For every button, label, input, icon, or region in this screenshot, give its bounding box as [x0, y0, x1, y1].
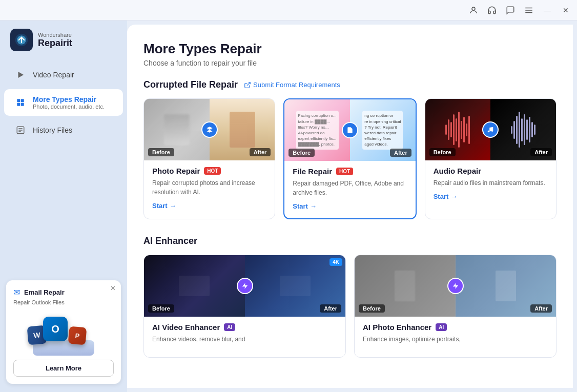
svg-point-16	[488, 131, 490, 133]
promo-image: W O P	[13, 310, 114, 356]
logo-brand: Wondershare	[38, 32, 72, 38]
page-title: More Types Repair	[143, 41, 557, 57]
ai-photo-title: AI Photo Enhancer	[363, 323, 431, 332]
photo-repair-title: Photo Repair	[152, 167, 200, 175]
file-repair-icon-overlay	[342, 122, 358, 138]
logo-text: Wondershare Repairit	[38, 32, 72, 49]
page-subtitle: Choose a function to repair your file	[143, 59, 557, 67]
file-repair-image: Facing corruption o...failure in ▓▓▓▓...…	[284, 99, 415, 161]
photo-repair-image: Before After	[144, 99, 275, 160]
main-content: More Types Repair Choose a function to r…	[127, 25, 573, 388]
ai-cards-row: Before After 4K	[143, 255, 557, 358]
nav-sub-more-types: Photo, document, audio, etc.	[33, 104, 105, 110]
svg-rect-9	[17, 103, 20, 106]
ai-video-enhancer-card[interactable]: Before After 4K	[143, 255, 346, 358]
sidebar-item-history-files[interactable]: History Files	[4, 118, 123, 142]
sidebar-item-more-types-repair[interactable]: More Types Repair Photo, document, audio…	[4, 89, 123, 116]
svg-rect-10	[21, 103, 24, 106]
photo-repair-start[interactable]: Start →	[152, 202, 266, 210]
corrupted-cards-row: Before After	[143, 98, 557, 219]
ai-section-title: AI Enhancer	[143, 236, 197, 246]
video-before: Before	[144, 255, 245, 317]
history-files-icon	[14, 124, 27, 136]
user-icon[interactable]	[468, 5, 479, 15]
ai-video-image: Before After 4K	[144, 255, 345, 317]
svg-rect-7	[17, 99, 20, 102]
ai-photo-enhancer-card[interactable]: Before After	[354, 255, 557, 358]
nav-label-more-types: More Types Repair	[33, 95, 105, 104]
photo-repair-icon-overlay	[201, 121, 218, 138]
email-promo-card: ✕ ✉ Email Repair Repair Outlook Files W …	[6, 280, 121, 384]
ai-video-desc: Enhance videos, remove blur, and	[152, 335, 337, 344]
video-repair-icon	[14, 69, 27, 81]
svg-marker-6	[18, 72, 24, 78]
ai-photo-desc: Enhance images, optimize portraits,	[363, 335, 548, 344]
logo-name: Repairit	[38, 38, 72, 49]
svg-line-15	[247, 82, 250, 85]
nav-label-history-files: History Files	[33, 126, 72, 134]
aiphoto-before: Before	[355, 255, 456, 317]
menu-icon[interactable]	[524, 5, 534, 15]
ai-photo-image: Before After	[355, 255, 556, 317]
promo-header: ✉ Email Repair	[13, 287, 114, 297]
app-logo	[10, 29, 33, 51]
corrupted-section-title: Corrupted File Repair	[143, 79, 238, 90]
file-repair-desc: Repair damaged PDF, Office, Adobe and ar…	[293, 179, 407, 197]
audio-after: After	[490, 99, 556, 160]
promo-title: Email Repair	[24, 288, 65, 296]
email-icon: ✉	[13, 287, 20, 297]
file-before: Facing corruption o...failure in ▓▓▓▓...…	[284, 99, 350, 161]
file-repair-card[interactable]: Facing corruption o...failure in ▓▓▓▓...…	[283, 98, 416, 219]
sidebar: Wondershare Repairit Video Repair More T…	[0, 20, 127, 392]
photo-repair-badge: HOT	[204, 167, 221, 175]
ai-section-header: AI Enhancer	[143, 236, 557, 246]
title-bar: — ✕	[0, 0, 577, 20]
audio-repair-desc: Repair audio files in mainstream formats…	[434, 178, 548, 188]
aiphoto-after: After	[456, 255, 557, 317]
file-repair-badge: HOT	[336, 168, 353, 175]
promo-close-button[interactable]: ✕	[110, 284, 116, 292]
svg-point-0	[472, 7, 475, 10]
svg-marker-18	[242, 283, 248, 289]
audio-repair-image: Before	[425, 99, 556, 160]
4k-badge: 4K	[329, 258, 342, 266]
close-button[interactable]: ✕	[561, 5, 571, 15]
svg-marker-19	[452, 283, 458, 289]
svg-rect-8	[21, 99, 24, 102]
svg-point-17	[491, 130, 493, 132]
minimize-button[interactable]: —	[542, 5, 552, 15]
audio-repair-card[interactable]: Before	[425, 98, 557, 219]
file-repair-title: File Repair	[293, 167, 332, 176]
photo-after: After	[210, 99, 275, 160]
photo-repair-card[interactable]: Before After	[143, 98, 275, 219]
sidebar-item-video-repair[interactable]: Video Repair	[4, 63, 123, 87]
photo-repair-desc: Repair corrupted photos and increase res…	[152, 178, 266, 197]
file-after: ng corruption orre in opening critical? …	[350, 99, 416, 161]
audio-repair-title: Audio Repair	[434, 167, 481, 175]
nav-label-video-repair: Video Repair	[33, 71, 74, 79]
audio-before: Before	[425, 99, 491, 160]
ai-video-icon-overlay	[237, 278, 253, 294]
audio-repair-icon-overlay	[482, 121, 499, 138]
audio-repair-start[interactable]: Start →	[434, 193, 548, 200]
ai-photo-icon-overlay	[447, 278, 464, 294]
more-types-icon	[14, 96, 27, 109]
submit-format-link[interactable]: Submit Format Requirements	[244, 81, 340, 89]
ai-video-badge: AI	[224, 323, 235, 331]
file-repair-start[interactable]: Start →	[293, 202, 407, 210]
corrupted-section-header: Corrupted File Repair Submit Format Requ…	[143, 79, 557, 90]
headphone-icon[interactable]	[487, 5, 497, 15]
ai-video-title: AI Video Enhancer	[152, 323, 220, 332]
photo-before: Before	[144, 99, 210, 160]
ai-photo-badge: AI	[436, 323, 447, 331]
logo-area: Wondershare Repairit	[0, 29, 127, 61]
app-body: Wondershare Repairit Video Repair More T…	[0, 20, 577, 392]
chat-icon[interactable]	[505, 5, 516, 15]
learn-more-button[interactable]: Learn More	[13, 360, 114, 377]
promo-sub: Repair Outlook Files	[13, 299, 114, 305]
